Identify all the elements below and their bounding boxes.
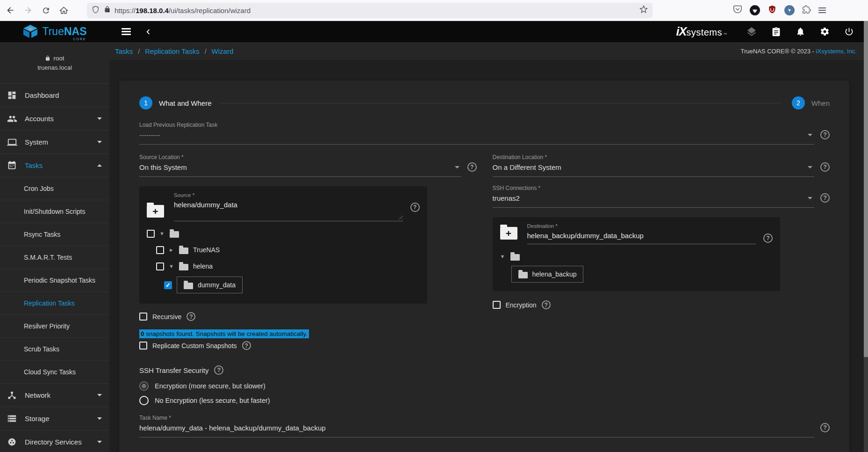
page-scrollbar[interactable] — [864, 21, 868, 452]
extensions-puzzle-icon[interactable] — [802, 5, 811, 16]
ix-name: systems — [686, 27, 722, 38]
help-icon[interactable] — [214, 365, 223, 375]
settings-gear-icon[interactable] — [818, 26, 831, 38]
source-panel: Source * helena/dummy_data ▼ — [139, 186, 427, 304]
resize-handle-icon[interactable] — [397, 214, 403, 219]
collapse-chevron-icon[interactable] — [143, 27, 153, 37]
tree-collapsed-icon[interactable]: ► — [169, 247, 174, 253]
step-2-circle[interactable]: 2 — [792, 96, 805, 109]
sidebar-item-accounts[interactable]: Accounts — [0, 107, 109, 130]
help-icon[interactable] — [820, 130, 830, 139]
source-location-select[interactable]: On this System — [139, 162, 461, 177]
help-icon[interactable] — [187, 312, 195, 321]
destination-input[interactable]: Destination * helena_backup/dummy_data_b… — [527, 223, 756, 244]
breadcrumb-tasks[interactable]: Tasks — [115, 47, 133, 55]
system-icon — [7, 137, 17, 147]
help-icon[interactable] — [242, 341, 251, 350]
selected-dataset-chip[interactable]: dummy_data — [177, 277, 243, 293]
truenas-logo[interactable]: TrueNAS CORE — [0, 24, 109, 39]
mask-extension-icon[interactable] — [750, 5, 760, 15]
ublock-icon[interactable] — [768, 5, 777, 16]
ssh-transfer-security-label: SSH Transfer Security — [139, 365, 477, 375]
sidebar-item-smart-tests[interactable]: S.M.A.R.T. Tests — [0, 246, 109, 269]
step-1-circle[interactable]: 1 — [139, 96, 152, 109]
tree-row-root[interactable]: ▼ — [147, 229, 420, 238]
tree-expanded-icon[interactable]: ▼ — [500, 254, 506, 259]
load-previous-field: Load Previous Replication Task --------- — [139, 122, 830, 145]
task-name-input[interactable]: helena/dummy_data - helena_backup/dummy_… — [139, 423, 814, 437]
sidebar-item-dashboard[interactable]: Dashboard — [0, 83, 109, 107]
bookmark-star-icon[interactable] — [639, 5, 648, 15]
help-icon[interactable] — [763, 233, 773, 243]
folder-icon — [179, 248, 188, 254]
checkbox[interactable] — [156, 246, 164, 254]
sidebar-item-tasks[interactable]: Tasks — [0, 153, 109, 177]
encryption-checkbox[interactable] — [493, 301, 501, 309]
sidebar-item-init-shutdown-scripts[interactable]: Init/Shutdown Scripts — [0, 200, 109, 223]
sidebar-item-cron-jobs[interactable]: Cron Jobs — [0, 177, 109, 200]
recursive-checkbox[interactable] — [139, 313, 147, 321]
task-manager-icon[interactable] — [770, 26, 782, 38]
ixsystems-logo: iX systems ™ — [676, 25, 727, 38]
url-bar[interactable]: https://198.18.0.4/ui/tasks/replication/… — [87, 3, 653, 18]
cursor-extension-icon[interactable] — [784, 5, 795, 15]
tree-expanded-icon[interactable]: ▼ — [169, 263, 174, 269]
breadcrumb-replication-tasks[interactable]: Replication Tasks — [145, 47, 199, 55]
ixsystems-link[interactable]: iXsystems, Inc. — [816, 48, 857, 55]
destination-location-select[interactable]: On a Different System — [493, 162, 815, 177]
sidebar-item-resilver-priority[interactable]: Resilver Priority — [0, 314, 109, 337]
browser-menu-icon[interactable] — [818, 6, 826, 15]
checkbox[interactable] — [156, 262, 164, 270]
tree-row-truenas[interactable]: ► TrueNAS — [156, 246, 420, 254]
checkbox-checked[interactable] — [164, 281, 172, 289]
help-icon[interactable] — [542, 300, 551, 309]
tree-row-helena[interactable]: ▼ helena — [156, 262, 420, 270]
source-input[interactable]: Source * helena/dummy_data — [174, 192, 403, 221]
selected-dataset-chip[interactable]: helena_backup — [511, 266, 584, 283]
sidebar-item-network[interactable]: Network — [0, 383, 109, 407]
checkbox[interactable] — [147, 230, 155, 238]
help-icon[interactable] — [467, 162, 477, 172]
sidebar-item-cloud-sync-tasks[interactable]: Cloud Sync Tasks — [0, 360, 109, 383]
browser-back-icon[interactable] — [3, 3, 18, 18]
tree-expanded-icon[interactable]: ▼ — [159, 231, 165, 236]
sidebar-item-directory-services[interactable]: Directory Services — [0, 430, 109, 452]
encryption-radio[interactable] — [139, 381, 149, 391]
tree-row-dummy-data[interactable]: dummy_data — [164, 277, 420, 293]
tracking-shield-icon[interactable] — [92, 6, 100, 15]
browser-home-icon[interactable] — [56, 3, 71, 18]
sidenav-toggle-icon[interactable] — [122, 27, 131, 37]
add-dataset-icon[interactable] — [500, 227, 517, 240]
app-header: TrueNAS CORE iX systems ™ — [0, 21, 868, 42]
help-icon[interactable] — [820, 162, 830, 172]
help-icon[interactable] — [410, 203, 420, 212]
tree-row-helena-backup[interactable]: helena_backup — [511, 266, 773, 283]
power-icon[interactable] — [843, 26, 855, 38]
no-encryption-radio[interactable] — [139, 396, 149, 405]
sidebar-item-replication-tasks[interactable]: Replication Tasks — [0, 292, 109, 314]
pocket-icon[interactable] — [733, 5, 742, 16]
caret-down-icon — [808, 134, 812, 136]
breadcrumb-wizard[interactable]: Wizard — [212, 47, 234, 55]
add-dataset-icon[interactable] — [147, 205, 164, 218]
help-icon[interactable] — [820, 193, 830, 203]
help-icon[interactable] — [820, 423, 830, 432]
destination-dataset-tree: ▼ helena_backup — [500, 252, 773, 283]
truecommand-icon[interactable] — [746, 26, 758, 38]
sidebar-item-rsync-tasks[interactable]: Rsync Tasks — [0, 223, 109, 246]
sidebar-item-scrub-tasks[interactable]: Scrub Tasks — [0, 337, 109, 360]
browser-reload-icon[interactable] — [38, 3, 53, 18]
sidebar-item-system[interactable]: System — [0, 130, 109, 153]
browser-forward-icon[interactable] — [21, 3, 36, 18]
sidebar-item-storage[interactable]: Storage — [0, 407, 109, 430]
scrollbar-thumb[interactable] — [864, 21, 868, 357]
alerts-bell-icon[interactable] — [794, 26, 806, 38]
network-icon — [7, 390, 17, 401]
replicate-custom-checkbox[interactable] — [139, 342, 147, 350]
ssh-connections-select[interactable]: truenas2 — [493, 193, 815, 208]
tree-row-root[interactable]: ▼ — [500, 252, 773, 261]
load-previous-select[interactable]: --------- — [139, 130, 814, 145]
topbar: Tasks / Replication Tasks / Wizard TrueN… — [109, 42, 868, 61]
sidebar-item-periodic-snapshot-tasks[interactable]: Periodic Snapshot Tasks — [0, 269, 109, 292]
lock-warning-icon[interactable] — [104, 6, 111, 15]
